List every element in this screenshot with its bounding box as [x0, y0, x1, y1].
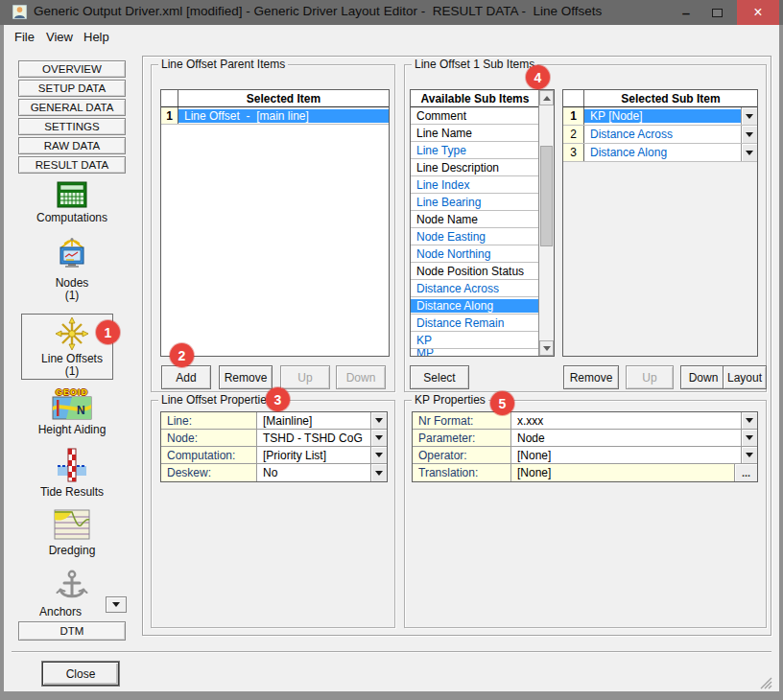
scroll-up-button[interactable]	[539, 90, 554, 105]
list-item-partial[interactable]: MP	[411, 349, 539, 357]
sidebar-item-computations[interactable]: Computations	[8, 211, 136, 224]
list-item[interactable]: Line Index	[411, 176, 539, 194]
chevron-down-icon	[375, 453, 383, 457]
sidebar-item-anchors[interactable]: Anchors	[8, 605, 113, 618]
deskew-dropdown-button[interactable]	[370, 464, 387, 481]
scroll-down-button[interactable]	[539, 340, 554, 356]
line-value[interactable]: [Mainline]	[257, 412, 370, 429]
minimize-button[interactable]: –	[672, 0, 700, 25]
list-item[interactable]: Comment	[411, 107, 539, 125]
list-item[interactable]: Line Description	[411, 159, 539, 176]
translation-value[interactable]: [None]	[511, 464, 734, 481]
maximize-icon	[712, 9, 723, 17]
list-item[interactable]: Node Northing	[411, 245, 539, 263]
table-row[interactable]: 1 Line Offset - [main line]	[161, 107, 389, 125]
sub-row-dropdown-button[interactable]	[741, 107, 757, 125]
selected-sub-item-table[interactable]: Selected Sub Item 1 KP [Node] 2 Distance…	[562, 89, 758, 357]
node-dropdown-button[interactable]	[370, 430, 387, 446]
list-item[interactable]: Line Bearing	[411, 194, 539, 211]
line-dropdown-button[interactable]	[370, 412, 387, 429]
list-item[interactable]: Line Name	[411, 125, 539, 142]
window-border-right	[779, 25, 783, 700]
sub-row-dropdown-button[interactable]	[741, 126, 757, 143]
parent-items-header-row: Selected Item	[161, 90, 389, 107]
nr-format-value[interactable]: x.xxx	[511, 412, 741, 429]
parameter-dropdown-button[interactable]	[741, 430, 757, 446]
sidebar-button-settings[interactable]: SETTINGS	[18, 118, 126, 135]
sub-row-value[interactable]: Distance Across	[584, 128, 741, 141]
translation-label: Translation:	[413, 464, 511, 481]
sidebar-button-dtm[interactable]: DTM	[18, 621, 126, 641]
parent-items-table[interactable]: Selected Item 1 Line Offset - [main line…	[160, 89, 390, 357]
dredging-icon[interactable]	[8, 509, 136, 540]
translation-ellipsis-button[interactable]: ...	[734, 464, 757, 481]
parameter-value[interactable]: Node	[511, 430, 741, 446]
window-close-button[interactable]: ×	[737, 0, 779, 25]
sidebar-item-tide-results[interactable]: Tide Results	[8, 485, 136, 499]
parent-row-label[interactable]: Line Offset - [main line]	[178, 109, 389, 123]
sub-row-dropdown-button[interactable]	[741, 144, 757, 161]
computation-dropdown-button[interactable]	[370, 447, 387, 463]
up-sub-button[interactable]: Up	[626, 365, 674, 389]
maximize-button[interactable]	[702, 0, 731, 25]
list-item[interactable]: Node Position Status	[411, 263, 539, 280]
tide-results-icon[interactable]	[8, 447, 136, 483]
operator-dropdown-button[interactable]	[741, 447, 757, 463]
sidebar-button-overview[interactable]: OVERVIEW	[18, 60, 126, 78]
nodes-icon[interactable]	[8, 237, 136, 273]
sub-row-value[interactable]: Distance Along	[584, 146, 741, 159]
sidebar-item-height-aiding[interactable]: Height Aiding	[8, 423, 136, 436]
computations-icon[interactable]	[8, 180, 136, 209]
up-parent-button[interactable]: Up	[280, 365, 330, 389]
list-item[interactable]: Node Easting	[411, 228, 539, 245]
scrollbar-thumb[interactable]	[540, 146, 553, 246]
sidebar-item-line-offsets-count: (1)	[8, 364, 136, 378]
nr-format-dropdown-button[interactable]	[741, 412, 757, 429]
sidebar-button-result-data[interactable]: RESULT DATA	[18, 156, 126, 174]
height-aiding-icon[interactable]: N	[8, 396, 136, 420]
table-row[interactable]: 2 Distance Across	[563, 126, 757, 144]
resize-grip[interactable]	[760, 677, 772, 689]
sub-row-value[interactable]: KP [Node]	[584, 109, 741, 123]
property-row: Line: [Mainline]	[161, 412, 387, 430]
title-bar[interactable]: Generic Output Driver.xml [modified] - G…	[0, 0, 783, 25]
selected-sub-col-header: Selected Sub Item	[584, 92, 757, 105]
sidebar-item-line-offsets: Line Offsets	[8, 352, 136, 365]
down-sub-button[interactable]: Down	[680, 365, 726, 389]
select-button[interactable]: Select	[410, 365, 469, 389]
remove-parent-button[interactable]: Remove	[219, 365, 273, 389]
operator-value[interactable]: [None]	[511, 447, 741, 463]
available-list-scrollbar[interactable]	[538, 90, 554, 356]
property-row: Operator: [None]	[413, 447, 757, 464]
sidebar-item-nodes[interactable]: Nodes	[8, 276, 136, 290]
anchors-dropdown-button[interactable]	[106, 596, 127, 613]
computation-value[interactable]: [Priority List]	[257, 447, 370, 463]
deskew-value[interactable]: No	[257, 464, 370, 481]
available-sub-items-list[interactable]: Available Sub Items Comment Line Name Li…	[410, 89, 555, 357]
menu-file[interactable]: File	[14, 30, 35, 44]
down-parent-button[interactable]: Down	[336, 365, 386, 389]
list-item[interactable]: Node Name	[411, 211, 539, 228]
sidebar-button-general-data[interactable]: GENERAL DATA	[18, 99, 126, 116]
remove-sub-button[interactable]: Remove	[563, 365, 619, 389]
list-item[interactable]: Distance Remain	[411, 315, 539, 332]
add-button[interactable]: Add	[161, 365, 211, 389]
property-row: Translation: [None] ...	[413, 464, 757, 481]
list-item-selected[interactable]: Distance Along	[411, 297, 539, 315]
available-header: Available Sub Items	[411, 90, 539, 107]
list-item[interactable]: KP	[411, 332, 539, 349]
table-row[interactable]: 1 KP [Node]	[563, 107, 757, 126]
sidebar-item-dredging[interactable]: Dredging	[8, 544, 136, 557]
close-button[interactable]: Close	[42, 662, 119, 686]
parent-items-col-header: Selected Item	[178, 92, 389, 105]
menu-view[interactable]: View	[46, 30, 73, 44]
layout-button[interactable]: Layout	[723, 365, 767, 389]
sidebar-button-setup-data[interactable]: SETUP DATA	[18, 80, 126, 97]
line-offset-properties-table: Line: [Mainline] Node: TSHD - TSHD CoG C…	[160, 411, 388, 482]
list-item[interactable]: Line Type	[411, 142, 539, 159]
menu-help[interactable]: Help	[83, 30, 109, 44]
sidebar-button-raw-data[interactable]: RAW DATA	[18, 137, 126, 154]
list-item[interactable]: Distance Across	[411, 280, 539, 297]
node-value[interactable]: TSHD - TSHD CoG	[257, 430, 370, 446]
table-row[interactable]: 3 Distance Along	[563, 144, 757, 162]
